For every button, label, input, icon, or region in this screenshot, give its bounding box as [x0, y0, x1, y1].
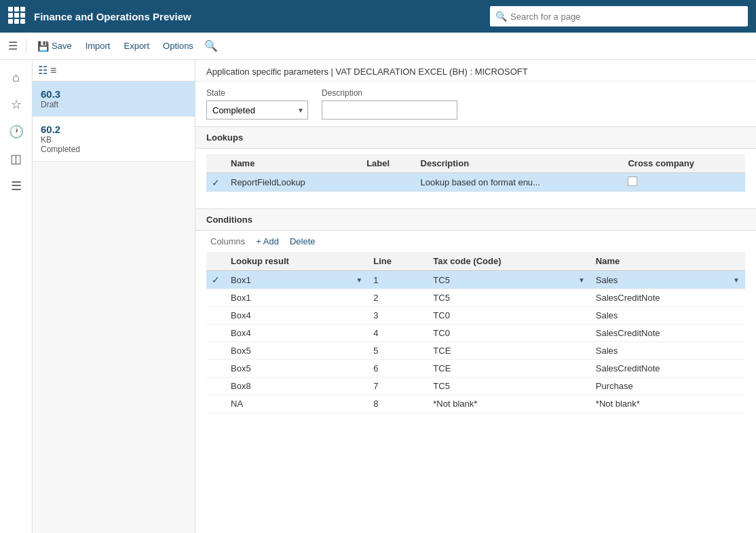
conditions-cell-check — [206, 342, 225, 360]
command-bar: ☰ 💾 Save Import Export Options 🔍 — [0, 33, 756, 60]
conditions-cell-tax-code: TCE — [428, 360, 590, 378]
conditions-cell-name: SalesCreditNote — [590, 360, 745, 378]
conditions-cell-name: Purchase — [590, 378, 745, 395]
state-label: State — [206, 88, 308, 98]
conditions-col-line: Line — [368, 252, 428, 271]
conditions-row[interactable]: Box87TC5Purchase — [206, 378, 745, 395]
sidebar-icon-recent[interactable]: 🕐 — [4, 120, 29, 144]
lookups-col-check — [206, 154, 225, 173]
list-item-title: 60.2 — [41, 124, 187, 135]
hamburger-icon[interactable]: ☰ — [5, 37, 20, 55]
list-item[interactable]: 60.3 Draft — [33, 81, 195, 117]
conditions-row[interactable]: Box44TC0SalesCreditNote — [206, 325, 745, 342]
conditions-cell-tax-code: TC5 — [428, 289, 590, 307]
add-button[interactable]: + Add — [252, 235, 283, 248]
sidebar-icon-home[interactable]: ⌂ — [4, 65, 29, 90]
description-label: Description — [322, 88, 457, 98]
main-content: Application specific parameters | VAT DE… — [195, 60, 756, 533]
conditions-cell-name: SalesCreditNote — [590, 325, 745, 342]
conditions-row[interactable]: Box43TC0Sales — [206, 307, 745, 325]
conditions-cell-lookup-result: Box5 — [225, 360, 368, 378]
state-select[interactable]: Completed Draft — [206, 100, 308, 120]
save-icon: 💾 — [37, 41, 49, 52]
state-field: State Completed Draft ▼ — [206, 88, 308, 120]
conditions-row[interactable]: NA8*Not blank**Not blank* — [206, 395, 745, 413]
options-button[interactable]: Options — [157, 38, 199, 54]
conditions-row[interactable]: Box55TCESales — [206, 342, 745, 360]
conditions-cell-line: 6 — [368, 360, 428, 378]
lookups-col-cross-company: Cross company — [622, 154, 745, 173]
conditions-cell-line: 7 — [368, 378, 428, 395]
conditions-cell-line: 8 — [368, 395, 428, 413]
list-panel-toolbar: ☷ ≡ — [33, 60, 195, 81]
conditions-section-header: Conditions — [195, 208, 756, 231]
export-button[interactable]: Export — [118, 38, 155, 54]
list-item-title: 60.3 — [41, 88, 187, 100]
sidebar-icons: ⌂ ☆ 🕐 ◫ ☰ — [0, 60, 33, 533]
conditions-cell-check — [206, 378, 225, 395]
conditions-table: Lookup result Line Tax code (Code) Name … — [206, 252, 745, 413]
conditions-cell-tax-code: *Not blank* — [428, 395, 590, 413]
conditions-row[interactable]: Box56TCESalesCreditNote — [206, 360, 745, 378]
conditions-cell-tax-code: TC0 — [428, 307, 590, 325]
form-row: State Completed Draft ▼ Description — [195, 81, 756, 126]
cross-company-checkbox[interactable] — [628, 177, 637, 186]
conditions-cell-name: SalesCreditNote — [590, 289, 745, 307]
app-grid-icon[interactable] — [8, 7, 27, 26]
conditions-cell-lookup-result: Box1 — [225, 289, 368, 307]
conditions-row[interactable]: ✓Box1▼1TC5▼Sales▼ — [206, 271, 745, 289]
list-icon[interactable]: ≡ — [50, 65, 56, 77]
lookups-cell-check: ✓ — [206, 173, 225, 192]
conditions-cell-name[interactable]: Sales▼ — [590, 271, 745, 289]
conditions-cell-tax-code: TCE — [428, 342, 590, 360]
app-title: Finance and Operations Preview — [34, 11, 483, 22]
delete-button[interactable]: Delete — [286, 235, 320, 248]
search-input[interactable] — [490, 6, 748, 26]
conditions-cell-name: Sales — [590, 307, 745, 325]
description-field: Description — [322, 88, 457, 120]
filter-icon[interactable]: ☷ — [38, 64, 48, 77]
search-cmd-icon[interactable]: 🔍 — [202, 37, 221, 55]
conditions-cell-lookup-result: Box8 — [225, 378, 368, 395]
conditions-col-lookup-result: Lookup result — [225, 252, 368, 271]
lookups-cell-cross-company — [622, 173, 745, 192]
search-wrap: 🔍 — [490, 6, 748, 26]
conditions-toolbar: Columns + Add Delete — [195, 231, 756, 252]
lookups-row[interactable]: ✓ ReportFieldLookup Lookup based on form… — [206, 173, 745, 192]
description-input[interactable] — [322, 100, 457, 120]
conditions-col-check — [206, 252, 225, 271]
conditions-cell-check — [206, 289, 225, 307]
conditions-cell-lookup-result[interactable]: Box1▼ — [225, 271, 368, 289]
lookups-section-header: Lookups — [195, 126, 756, 149]
conditions-cell-tax-code: TC0 — [428, 325, 590, 342]
content-header: Application specific parameters | VAT DE… — [195, 60, 756, 81]
conditions-cell-line: 2 — [368, 289, 428, 307]
conditions-cell-check — [206, 360, 225, 378]
list-panel: ☷ ≡ 60.3 Draft 60.2 KB Completed — [33, 60, 195, 533]
list-item-sub: KB — [41, 135, 187, 145]
sidebar-icon-favorites[interactable]: ☆ — [4, 92, 29, 117]
main-layout: ⌂ ☆ 🕐 ◫ ☰ ☷ ≡ 60.3 Draft 60.2 KB Complet… — [0, 60, 756, 533]
save-button[interactable]: 💾 Save — [32, 38, 77, 54]
conditions-cell-check — [206, 325, 225, 342]
lookups-col-label: Label — [361, 154, 415, 173]
import-button[interactable]: Import — [80, 38, 116, 54]
list-item-sub-2: Completed — [41, 145, 187, 154]
conditions-cell-name: *Not blank* — [590, 395, 745, 413]
conditions-col-name: Name — [590, 252, 745, 271]
lookups-cell-name: ReportFieldLookup — [225, 173, 361, 192]
conditions-cell-name: Sales — [590, 342, 745, 360]
top-bar: Finance and Operations Preview 🔍 — [0, 0, 756, 33]
conditions-cell-lookup-result: Box4 — [225, 307, 368, 325]
conditions-cell-line: 5 — [368, 342, 428, 360]
lookups-table-wrap: Name Label Description Cross company ✓ R… — [195, 149, 756, 198]
conditions-cell-tax-code[interactable]: TC5▼ — [428, 271, 590, 289]
sidebar-icon-list[interactable]: ☰ — [4, 174, 29, 198]
columns-button[interactable]: Columns — [206, 235, 249, 248]
sidebar-icon-workspaces[interactable]: ◫ — [4, 147, 29, 171]
conditions-header-row: Lookup result Line Tax code (Code) Name — [206, 252, 745, 271]
state-select-wrapper: Completed Draft ▼ — [206, 100, 308, 120]
conditions-row[interactable]: Box12TC5SalesCreditNote — [206, 289, 745, 307]
conditions-cell-line: 3 — [368, 307, 428, 325]
list-item[interactable]: 60.2 KB Completed — [33, 117, 195, 162]
